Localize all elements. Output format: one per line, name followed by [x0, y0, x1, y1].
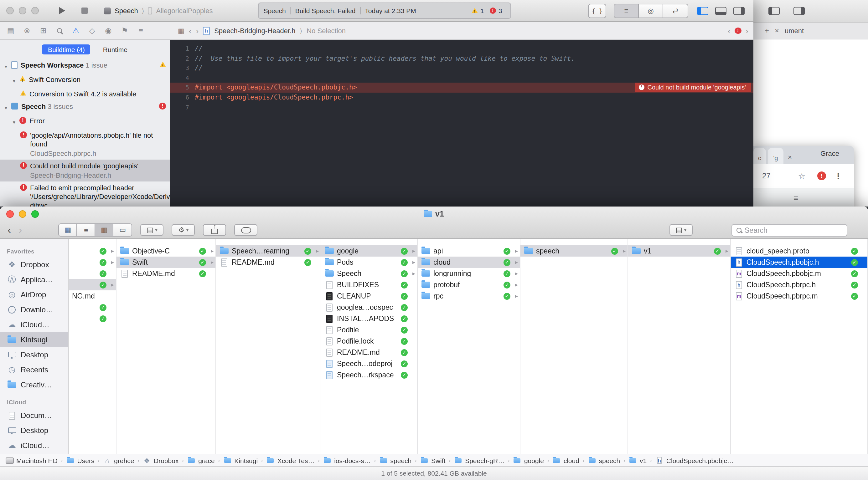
path-item[interactable]: grace: [187, 456, 215, 464]
sidebar-item-creativ-[interactable]: Creativ…: [0, 377, 68, 392]
debug-navigator-icon[interactable]: ◉: [100, 22, 117, 39]
issue-row[interactable]: ▼Swift Conversion: [0, 73, 170, 88]
error-banner[interactable]: Could not build module 'googleapis': [635, 83, 751, 92]
path-item[interactable]: google: [513, 456, 544, 464]
code-line[interactable]: 7: [170, 102, 753, 112]
file-row[interactable]: [69, 313, 116, 324]
issue-row[interactable]: Failed to emit precompiled header '/User…: [0, 181, 170, 207]
file-row[interactable]: Pods▸: [321, 256, 417, 268]
file-row[interactable]: README.md: [321, 347, 417, 358]
minimize-window-icon[interactable]: [19, 210, 26, 217]
navigator-toggle-icon[interactable]: [697, 7, 708, 15]
jump-bar-file[interactable]: Speech-Bridging-Header.h: [214, 27, 295, 34]
hamburger-icon[interactable]: ≡: [794, 193, 798, 202]
disclosure-icon[interactable]: ▼: [4, 63, 8, 71]
gallery-view-button[interactable]: ▭: [114, 224, 132, 236]
file-row[interactable]: protobuf▸: [418, 279, 520, 290]
profile-name[interactable]: Grace: [820, 149, 839, 157]
disclosure-icon[interactable]: ▼: [12, 118, 16, 127]
issue-row[interactable]: Conversion to Swift 4.2 is available: [0, 88, 170, 100]
stop-button[interactable]: [82, 7, 88, 14]
close-window-icon[interactable]: [6, 210, 14, 217]
path-item[interactable]: v1: [628, 456, 647, 464]
project-navigator-icon[interactable]: ▤: [2, 22, 19, 39]
sidebar-item-kintsugi[interactable]: Kintsugi: [0, 332, 68, 347]
sidebar-item-desktop[interactable]: Desktop: [0, 347, 68, 362]
file-row[interactable]: ▸: [69, 245, 116, 256]
close-tab-icon[interactable]: ×: [775, 26, 779, 35]
sidebar-item-applica-[interactable]: ⒶApplica…: [0, 272, 68, 287]
add-tab-icon[interactable]: +: [765, 26, 769, 35]
issue-badges[interactable]: 1 3: [472, 7, 505, 14]
code-line[interactable]: 3//: [170, 63, 753, 73]
search-input[interactable]: Search: [732, 224, 847, 236]
related-items-icon[interactable]: ▦: [178, 27, 184, 35]
sidebar-item-recents[interactable]: ◷Recents: [0, 362, 68, 377]
issue-row[interactable]: ▼Error: [0, 114, 170, 129]
column-view-button[interactable]: ▥: [95, 224, 114, 236]
next-issue-icon[interactable]: ›: [746, 26, 748, 35]
code-editor[interactable]: 1//2// Use this file to import your targ…: [170, 40, 753, 207]
assistant-editor-button[interactable]: ◎: [639, 4, 663, 17]
issue-row[interactable]: Could not build module 'googleapis'Speec…: [0, 160, 170, 181]
sidebar-item-desktop[interactable]: Desktop: [0, 423, 68, 438]
file-row[interactable]: README.md: [216, 256, 321, 268]
forward-icon[interactable]: ›: [196, 26, 199, 35]
path-item[interactable]: CloudSpeech.pbobjc…: [655, 456, 734, 464]
breakpoints-navigator-icon[interactable]: ⚑: [117, 22, 133, 39]
code-line[interactable]: 1//: [170, 44, 753, 54]
sidebar-item-airdrop[interactable]: ◎AirDrop: [0, 287, 68, 302]
path-item[interactable]: Xcode Tes…: [266, 456, 315, 464]
url-fragment[interactable]: 27: [762, 171, 771, 180]
sidebar-item-docum-[interactable]: Docum…: [0, 408, 68, 423]
path-item[interactable]: speech: [379, 456, 412, 464]
code-snippet-button[interactable]: { }: [588, 3, 606, 18]
file-row[interactable]: README.md: [117, 268, 215, 279]
file-row[interactable]: [69, 268, 116, 279]
path-item[interactable]: Kintsugi: [223, 456, 258, 464]
file-row[interactable]: Swift▸: [117, 256, 215, 268]
issues-navigator-icon[interactable]: ⚠: [68, 22, 84, 39]
file-row[interactable]: google▸: [321, 245, 417, 256]
action-gear-button[interactable]: ⚙▾: [172, 224, 195, 236]
file-row[interactable]: googlea…odspec: [321, 302, 417, 313]
file-row[interactable]: Podfile.lock: [321, 336, 417, 347]
scheme-selector[interactable]: Speech ⟩ AllegoricalPoppies: [104, 7, 213, 14]
file-row[interactable]: Speech…rkspace: [321, 369, 417, 380]
sidebar-item-dropbox[interactable]: ❖Dropbox: [0, 257, 68, 272]
notification-badge-icon[interactable]: !: [817, 171, 826, 180]
issue-row[interactable]: ▼Speech 3 issues: [0, 100, 170, 114]
share-button[interactable]: [203, 224, 226, 236]
search-navigator-icon[interactable]: [51, 22, 68, 39]
reports-navigator-icon[interactable]: ≡: [133, 22, 149, 39]
file-row[interactable]: cloud_speech.proto: [731, 245, 867, 256]
path-item[interactable]: Swift: [420, 456, 445, 464]
symbols-navigator-icon[interactable]: ⊞: [35, 22, 51, 39]
back-button[interactable]: ‹: [7, 225, 11, 236]
tab-runtime[interactable]: Runtime: [103, 46, 127, 53]
file-row[interactable]: Objective-C▸: [117, 245, 215, 256]
chrome-menu-icon[interactable]: ⋮: [834, 171, 842, 180]
file-row[interactable]: CLEANUP: [321, 290, 417, 302]
path-item[interactable]: speech: [588, 456, 620, 464]
file-row[interactable]: [69, 302, 116, 313]
file-row[interactable]: CloudSpeech.pbrpc.m: [731, 290, 867, 302]
panel-toggle-right-icon[interactable]: [794, 7, 805, 15]
browser-tab[interactable]: 'g: [768, 148, 783, 164]
zoom-window-icon[interactable]: [31, 7, 39, 14]
file-row[interactable]: Podfile: [321, 324, 417, 336]
code-line[interactable]: 6#import <googleapis/CloudSpeech.pbrpc.h…: [170, 93, 753, 102]
tests-navigator-icon[interactable]: ◇: [84, 22, 100, 39]
code-line[interactable]: 2// Use this file to import your target'…: [170, 54, 753, 63]
file-row[interactable]: api▸: [418, 245, 520, 256]
path-item[interactable]: ❖Dropbox: [143, 456, 179, 465]
path-item[interactable]: ios-docs-s…: [323, 456, 371, 464]
previous-issue-icon[interactable]: ‹: [728, 26, 731, 35]
debug-area-toggle-icon[interactable]: [715, 7, 726, 15]
icon-view-button[interactable]: ▦: [59, 224, 78, 236]
sidebar-item-icloud-[interactable]: ☁iCloud…: [0, 317, 68, 332]
file-row[interactable]: INSTAL…APODS: [321, 313, 417, 324]
version-editor-button[interactable]: ⇄: [663, 4, 688, 17]
file-row[interactable]: NG.md: [69, 290, 116, 302]
path-item[interactable]: ⌂grehce: [103, 456, 134, 465]
